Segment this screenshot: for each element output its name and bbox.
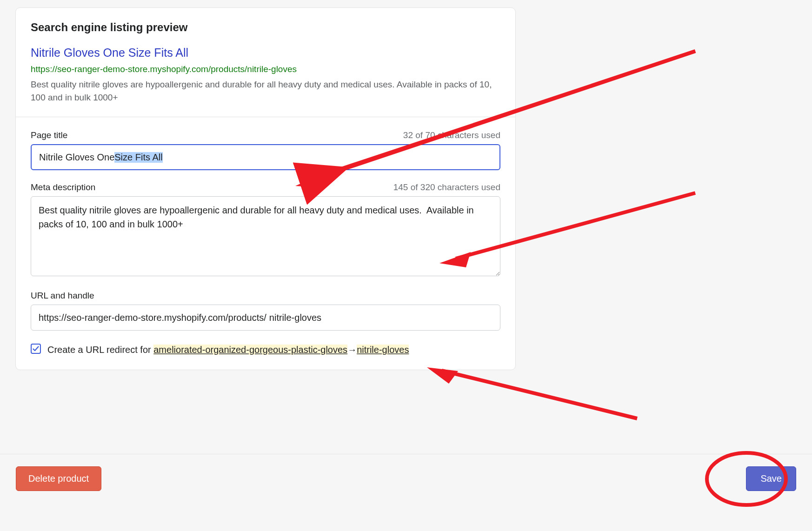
page-title-counter: 32 of 70 characters used	[403, 130, 500, 140]
seo-preview-url: https://seo-ranger-demo-store.myshopify.…	[31, 64, 500, 74]
seo-card: Search engine listing preview Nitrile Gl…	[15, 7, 516, 370]
page-title-field: Page title 32 of 70 characters used Nitr…	[31, 130, 500, 170]
meta-description-counter: 145 of 320 characters used	[393, 182, 500, 192]
url-redirect-label: Create a URL redirect for ameliorated-or…	[47, 343, 409, 357]
seo-preview-description: Best quality nitrile gloves are hypoalle…	[31, 78, 500, 104]
page-title-label: Page title	[31, 130, 67, 140]
url-redirect-row: Create a URL redirect for ameliorated-or…	[31, 343, 500, 357]
url-redirect-checkbox[interactable]	[31, 344, 41, 354]
url-handle-field: URL and handle https://seo-ranger-demo-s…	[31, 291, 500, 331]
save-button[interactable]: Save	[746, 466, 796, 491]
page-title-input[interactable]	[31, 144, 500, 170]
meta-description-label: Meta description	[31, 182, 95, 192]
page-footer: Delete product Save	[0, 454, 812, 503]
seo-preview-section: Search engine listing preview Nitrile Gl…	[16, 8, 515, 117]
url-handle-input-wrap[interactable]: https://seo-ranger-demo-store.myshopify.…	[31, 305, 500, 331]
meta-description-input[interactable]	[31, 196, 500, 276]
meta-description-field: Meta description 145 of 320 characters u…	[31, 182, 500, 279]
url-handle-prefix: https://seo-ranger-demo-store.myshopify.…	[39, 312, 266, 323]
seo-preview-title: Nitrile Gloves One Size Fits All	[31, 46, 500, 60]
section-title: Search engine listing preview	[31, 21, 500, 34]
url-handle-label: URL and handle	[31, 291, 94, 301]
url-handle-input[interactable]	[269, 312, 493, 323]
check-icon	[33, 345, 39, 352]
seo-form-section: Page title 32 of 70 characters used Nitr…	[16, 117, 515, 370]
delete-product-button[interactable]: Delete product	[16, 466, 101, 491]
